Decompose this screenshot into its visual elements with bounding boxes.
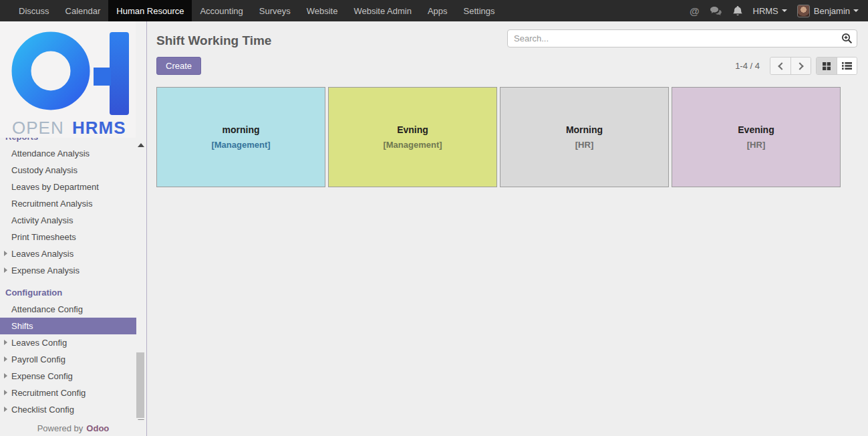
search-input[interactable] <box>507 29 857 47</box>
nav-website-admin[interactable]: Website Admin <box>345 0 419 21</box>
nav-accounting[interactable]: Accounting <box>192 0 251 21</box>
section-heading-configuration: Configuration <box>0 284 136 301</box>
wordmark-hrms: HRMS <box>72 118 126 138</box>
wordmark-open: OPEN <box>12 118 64 138</box>
nav-apps[interactable]: Apps <box>420 0 456 21</box>
avatar <box>797 5 810 17</box>
toolbar-right: 1-4 / 4 <box>735 57 857 75</box>
sidebar-item-custody-analysis[interactable]: Custody Analysis <box>0 162 136 179</box>
screen: Discuss Calendar Human Resource Accounti… <box>0 0 868 436</box>
sidebar-item-activity-analysis[interactable]: Activity Analysis <box>0 212 136 229</box>
messages-icon[interactable] <box>710 6 722 16</box>
sidebar-scrollbar[interactable] <box>136 140 146 427</box>
control-panel: Shift Working Time <box>156 29 857 53</box>
nav-calendar[interactable]: Calendar <box>57 0 109 21</box>
shift-name: Evening <box>738 124 774 135</box>
main-content: Shift Working Time Create <box>147 21 868 436</box>
topbar-right: @ HRMS Benjamin <box>690 0 868 21</box>
scrollbar-thumb[interactable] <box>136 352 144 418</box>
shift-card-evening-hr[interactable]: Evening [HR] <box>672 87 841 187</box>
shift-name: morning <box>223 124 260 135</box>
sidebar-item-leaves-config[interactable]: Leaves Config <box>0 334 136 351</box>
app-body: Reports Attendance Analysis Custody Anal… <box>0 21 868 436</box>
list-view-button[interactable] <box>837 58 857 74</box>
shift-department: [HR] <box>575 140 593 150</box>
chevron-down-icon <box>782 9 787 15</box>
chevron-down-icon <box>853 9 859 15</box>
sidebar-item-recruitment-config[interactable]: Recruitment Config <box>0 385 136 401</box>
sidebar-item-attendance-analysis[interactable]: Attendance Analysis <box>0 145 136 162</box>
shift-department: [Management] <box>383 140 442 150</box>
pager-buttons <box>770 57 811 75</box>
shift-card-morning-hr[interactable]: Morning [HR] <box>500 87 669 187</box>
topbar: Discuss Calendar Human Resource Accounti… <box>0 0 868 21</box>
previous-page-button[interactable] <box>770 58 790 74</box>
scroll-up-icon[interactable] <box>138 140 144 147</box>
hrms-db-menu[interactable]: HRMS <box>753 6 787 16</box>
chevron-right-icon <box>796 62 803 70</box>
odoo-brand-link[interactable]: Odoo <box>86 423 109 433</box>
toolbar: Create 1-4 / 4 <box>156 57 857 75</box>
page-title: Shift Working Time <box>156 33 271 48</box>
kanban-view-button[interactable] <box>817 58 837 74</box>
main-nav: Discuss Calendar Human Resource Accounti… <box>0 0 503 21</box>
sidebar-item-expense-config[interactable]: Expense Config <box>0 368 136 385</box>
pager-range: 1-4 / 4 <box>735 61 760 71</box>
powered-by-text: Powered by <box>37 423 84 433</box>
nav-settings[interactable]: Settings <box>456 0 503 21</box>
powered-by-footer: Powered by Odoo <box>0 420 146 436</box>
app-logo: OPEN HRMS <box>0 21 136 138</box>
sidebar-item-leaves-analysis[interactable]: Leaves Analysis <box>0 245 136 262</box>
chevron-left-icon <box>778 62 785 70</box>
list-icon <box>842 62 852 70</box>
sidebar-item-checklist-config[interactable]: Checklist Config <box>0 401 136 418</box>
search-magnifier-icon[interactable] <box>841 33 853 47</box>
sidebar-item-print-timesheets[interactable]: Print Timesheets <box>0 229 136 245</box>
shift-name: Evning <box>397 124 428 135</box>
sidebar-item-recruitment-analysis[interactable]: Recruitment Analysis <box>0 195 136 212</box>
mention-icon[interactable]: @ <box>690 5 700 17</box>
view-switcher <box>816 57 857 75</box>
sidebar: Reports Attendance Analysis Custody Anal… <box>0 21 147 436</box>
kanban-grid-icon <box>822 62 831 71</box>
shift-card-evning-management[interactable]: Evning [Management] <box>328 87 497 187</box>
sidebar-item-expense-analysis[interactable]: Expense Analysis <box>0 262 136 279</box>
sidebar-item-attendance-config[interactable]: Attendance Config <box>0 301 136 318</box>
nav-surveys[interactable]: Surveys <box>251 0 299 21</box>
open-hrms-wordmark: OPEN HRMS <box>12 118 136 138</box>
nav-discuss[interactable]: Discuss <box>11 0 57 21</box>
user-menu[interactable]: Benjamin <box>797 5 859 17</box>
kanban-cards: morning [Management] Evning [Management]… <box>156 87 857 187</box>
shift-department: [HR] <box>747 140 765 150</box>
shift-card-morning-management[interactable]: morning [Management] <box>156 87 325 187</box>
sidebar-item-leaves-by-department[interactable]: Leaves by Department <box>0 179 136 195</box>
user-name: Benjamin <box>814 6 850 16</box>
sidebar-item-payroll-config[interactable]: Payroll Config <box>0 351 136 368</box>
nav-human-resource[interactable]: Human Resource <box>108 0 192 21</box>
shift-department: [Management] <box>211 140 270 150</box>
hrms-db-label: HRMS <box>753 6 778 16</box>
notifications-bell-icon[interactable] <box>732 5 743 17</box>
sidebar-item-shifts[interactable]: Shifts <box>0 318 136 334</box>
shift-name: Morning <box>566 124 603 135</box>
nav-website[interactable]: Website <box>299 0 346 21</box>
search-box <box>507 29 857 47</box>
next-page-button[interactable] <box>790 58 811 74</box>
create-button[interactable]: Create <box>156 57 201 75</box>
open-hrms-logo-icon <box>11 31 132 116</box>
